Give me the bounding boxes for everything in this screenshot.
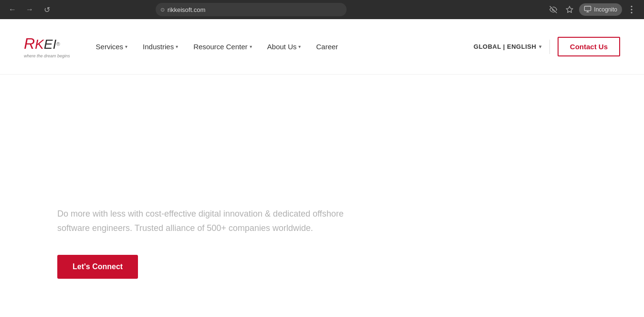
star-button[interactable] <box>563 3 576 16</box>
svg-marker-1 <box>567 6 573 12</box>
language-selector[interactable]: GLOBAL | ENGLISH ▾ <box>474 43 542 50</box>
nav-about-us[interactable]: About Us ▾ <box>261 39 308 55</box>
nav-divider <box>549 40 550 54</box>
refresh-button[interactable]: ↺ <box>40 3 53 16</box>
eye-off-button[interactable] <box>547 3 560 16</box>
hero-description: Do more with less with cost-effective di… <box>57 207 368 236</box>
forward-button[interactable]: → <box>23 3 36 16</box>
nav-services[interactable]: Services ▾ <box>89 39 135 55</box>
browser-chrome: ← → ↺ ⊙ rikkeisoft.com Incog <box>0 0 644 19</box>
logo-link[interactable]: RKEI® where the dream begins <box>24 35 70 58</box>
contact-us-button[interactable]: Contact Us <box>558 37 620 56</box>
logo: RKEI® where the dream begins <box>24 35 70 58</box>
chevron-down-icon: ▾ <box>539 44 542 49</box>
language-text: GLOBAL | ENGLISH <box>474 43 536 50</box>
website-content: RKEI® where the dream begins Services ▾ … <box>0 19 644 317</box>
nav-resource-center[interactable]: Resource Center ▾ <box>187 39 258 55</box>
back-button[interactable]: ← <box>6 3 19 16</box>
browser-right-controls: Incognito <box>547 3 638 16</box>
nav-industries[interactable]: Industries ▾ <box>136 39 185 55</box>
nav-career[interactable]: Career <box>309 39 345 55</box>
svg-point-6 <box>631 9 632 10</box>
svg-point-7 <box>631 12 632 13</box>
address-icon: ⊙ <box>160 7 165 13</box>
chevron-down-icon: ▾ <box>250 44 252 49</box>
hero-content: Do more with less with cost-effective di… <box>57 207 368 279</box>
logo-tagline: where the dream begins <box>24 54 70 58</box>
incognito-button[interactable]: Incognito <box>579 3 622 16</box>
incognito-icon <box>584 5 591 14</box>
logo-ei: EI <box>44 37 56 52</box>
svg-rect-2 <box>585 6 591 11</box>
address-bar[interactable]: ⊙ rikkeisoft.com <box>156 3 347 16</box>
nav-right: GLOBAL | ENGLISH ▾ Contact Us <box>474 37 620 56</box>
url-text: rikkeisoft.com <box>168 6 205 13</box>
nav-links: Services ▾ Industries ▾ Resource Center … <box>89 39 474 55</box>
incognito-label: Incognito <box>594 6 617 13</box>
chevron-down-icon: ▾ <box>298 44 301 49</box>
logo-registered: ® <box>56 42 60 47</box>
lets-connect-button[interactable]: Let's Connect <box>57 255 138 279</box>
logo-r: R <box>24 35 35 52</box>
logo-k: K <box>35 37 44 52</box>
chevron-down-icon: ▾ <box>125 44 127 49</box>
svg-point-5 <box>631 6 632 7</box>
chevron-down-icon: ▾ <box>176 44 178 49</box>
hero-section: Do more with less with cost-effective di… <box>0 75 644 317</box>
navbar: RKEI® where the dream begins Services ▾ … <box>0 19 644 75</box>
menu-button[interactable] <box>625 3 638 16</box>
